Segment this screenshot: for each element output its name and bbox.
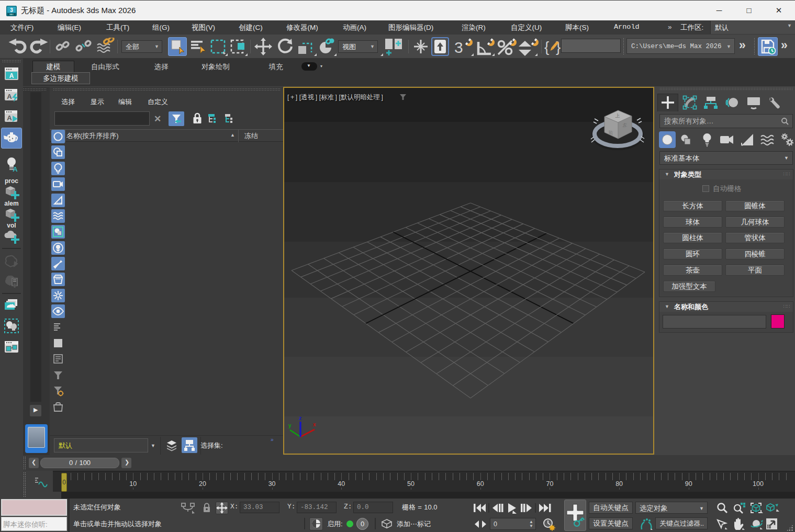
svg-text:A: A (9, 72, 14, 80)
svg-text:z: z (299, 415, 302, 421)
svg-text:A: A (7, 93, 12, 100)
svg-text:{: { (544, 39, 549, 55)
svg-text:前: 前 (609, 130, 613, 136)
svg-text:}: } (556, 39, 561, 55)
svg-text:左: 左 (623, 122, 628, 128)
svg-text:A: A (7, 114, 12, 122)
svg-text:A: A (13, 165, 18, 172)
svg-text:x: x (313, 422, 316, 427)
svg-text:y: y (288, 423, 292, 428)
svg-text:上: 上 (615, 113, 620, 118)
svg-text:MAX: MAX (9, 14, 14, 16)
svg-text:3: 3 (454, 39, 463, 56)
svg-text:3: 3 (10, 7, 13, 13)
